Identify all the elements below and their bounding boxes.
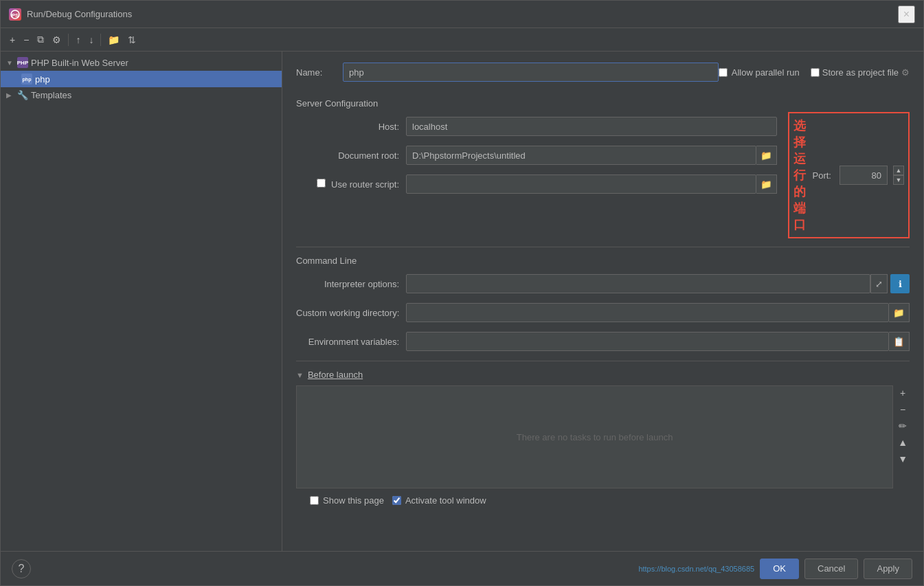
activate-tool-checkbox[interactable] [392, 496, 401, 505]
custom-dir-label: Custom working directory: [296, 308, 406, 318]
add-config-button[interactable]: + [6, 32, 19, 47]
router-checkbox[interactable] [317, 179, 326, 188]
arrow-right-icon: ▶ [6, 91, 17, 99]
before-launch-area-wrapper: There are no tasks to run before launch … [296, 385, 910, 488]
apply-button[interactable]: Apply [864, 559, 912, 579]
toolbar-separator [68, 34, 69, 46]
php-server-label: PHP Built-in Web Server [31, 58, 128, 68]
server-config-title: Server Configuration [296, 98, 777, 109]
tree-item-php-server[interactable]: ▼ PHP PHP Built-in Web Server [1, 54, 282, 71]
right-panel: Name: Allow parallel run Store as projec… [282, 52, 923, 551]
custom-dir-browse-button[interactable]: 📁 [889, 303, 910, 322]
cancel-button[interactable]: Cancel [804, 559, 858, 579]
main-content: ▼ PHP PHP Built-in Web Server php php ▶ … [1, 52, 923, 551]
port-section: Port: ▲ ▼ [813, 166, 904, 185]
toolbar-separator-2 [100, 34, 101, 46]
store-project-checkbox[interactable] [811, 68, 820, 77]
custom-dir-input-group: 📁 [406, 303, 910, 322]
host-label: Host: [296, 122, 406, 132]
env-vars-row: Environment variables: 📋 [296, 332, 910, 351]
chinese-text: 选择运行的端口 [793, 117, 807, 233]
router-text: Use router script: [331, 179, 399, 190]
toolbar: + − ⧉ ⚙ ↑ ↓ 📁 ⇅ [1, 28, 923, 52]
activate-tool-label[interactable]: Activate tool window [392, 495, 486, 506]
port-label: Port: [813, 170, 831, 181]
env-vars-input-group: 📋 [406, 332, 910, 351]
router-browse-button[interactable]: 📁 [756, 174, 777, 194]
php-server-icon: PHP [17, 57, 28, 68]
move-up-button[interactable]: ↑ [72, 32, 84, 47]
before-launch-remove-button[interactable]: − [896, 402, 910, 417]
port-up-button[interactable]: ▲ [893, 166, 904, 175]
settings-config-button[interactable]: ⚙ [49, 32, 65, 47]
close-button[interactable]: × [898, 5, 915, 23]
remove-config-button[interactable]: − [20, 32, 32, 47]
before-launch-header: ▼ Before launch [296, 370, 910, 380]
app-icon: PS [9, 8, 21, 21]
command-line-title: Command Line [296, 256, 910, 266]
custom-dir-input[interactable] [406, 303, 889, 322]
show-page-label[interactable]: Show this page [310, 495, 384, 506]
doc-root-input[interactable] [406, 146, 756, 165]
url-text: https://blog.csdn.net/qq_43058685 [638, 565, 754, 573]
left-panel: ▼ PHP PHP Built-in Web Server php php ▶ … [1, 52, 282, 551]
router-input[interactable] [406, 174, 756, 194]
help-button[interactable]: ? [12, 559, 31, 578]
host-input[interactable] [406, 117, 777, 136]
copy-config-button[interactable]: ⧉ [34, 32, 47, 47]
interpreter-row: Interpreter options: ⤢ ℹ [296, 274, 910, 293]
activate-tool-text: Activate tool window [405, 495, 486, 506]
php-file-icon: php [21, 74, 32, 84]
interpreter-expand-button[interactable]: ⤢ [870, 274, 888, 293]
allow-parallel-label: Allow parallel run [732, 67, 800, 78]
allow-parallel-checkbox-label[interactable]: Allow parallel run [719, 67, 800, 78]
arrow-down-icon: ▼ [6, 59, 17, 67]
tree-item-php[interactable]: php php [1, 71, 282, 87]
ok-button[interactable]: OK [760, 559, 799, 579]
before-launch-add-button[interactable]: + [896, 385, 910, 401]
name-input[interactable] [343, 63, 719, 82]
before-launch-up-button[interactable]: ▲ [896, 435, 910, 450]
name-label: Name: [296, 67, 337, 78]
show-page-text: Show this page [323, 495, 384, 506]
env-vars-label: Environment variables: [296, 337, 406, 347]
gear-icon[interactable]: ⚙ [901, 67, 910, 78]
show-page-checkbox[interactable] [310, 496, 319, 505]
doc-root-browse-button[interactable]: 📁 [756, 146, 777, 165]
bottom-bar: ? https://blog.csdn.net/qq_43058685 OK C… [1, 551, 923, 585]
php-item-label: php [35, 74, 50, 84]
section-divider-2 [296, 361, 910, 361]
interpreter-info-button[interactable]: ℹ [890, 274, 910, 293]
env-vars-input[interactable] [406, 332, 889, 351]
doc-root-row: Document root: 📁 [296, 146, 777, 165]
header-options: Allow parallel run Store as project file… [719, 67, 910, 78]
port-input[interactable] [840, 166, 888, 185]
footer-row: Show this page Activate tool window [296, 488, 910, 512]
env-vars-edit-button[interactable]: 📋 [889, 332, 910, 351]
before-launch-section: ▼ Before launch There are no tasks to ru… [296, 370, 910, 488]
templates-label: Templates [31, 90, 71, 100]
move-down-button[interactable]: ↓ [85, 32, 97, 47]
folder-button[interactable]: 📁 [104, 32, 123, 47]
router-label: Use router script: [296, 179, 406, 190]
doc-root-label: Document root: [296, 150, 406, 161]
interpreter-input[interactable] [406, 274, 870, 293]
custom-dir-row: Custom working directory: 📁 [296, 303, 910, 322]
before-launch-edit-button[interactable]: ✏ [896, 418, 910, 433]
store-project-label: Store as project file [822, 67, 899, 78]
allow-parallel-checkbox[interactable] [719, 68, 728, 77]
before-launch-side-buttons: + − ✏ ▲ ▼ [896, 385, 910, 488]
port-spinner: ▲ ▼ [893, 166, 904, 185]
router-row: Use router script: 📁 [296, 174, 777, 194]
store-project-row: Store as project file ⚙ [811, 67, 910, 78]
before-launch-arrow-icon[interactable]: ▼ [296, 371, 304, 379]
before-launch-label: Before launch [308, 370, 363, 380]
port-down-button[interactable]: ▼ [893, 175, 904, 185]
before-launch-down-button[interactable]: ▼ [896, 451, 910, 466]
name-row: Name: Allow parallel run Store as projec… [296, 63, 910, 82]
interpreter-input-group: ⤢ ℹ [406, 274, 910, 293]
tree-item-templates[interactable]: ▶ 🔧 Templates [1, 87, 282, 103]
wrench-icon: 🔧 [17, 90, 28, 100]
interpreter-label: Interpreter options: [296, 279, 406, 289]
sort-button[interactable]: ⇅ [124, 32, 139, 47]
